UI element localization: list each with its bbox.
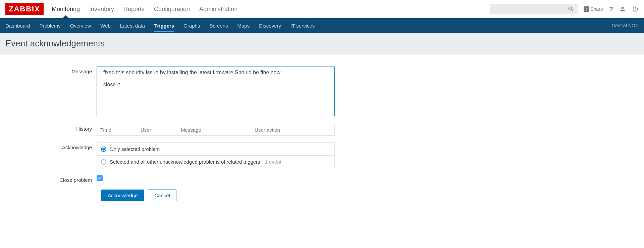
ack-option-hint: 1 event	[265, 159, 281, 165]
ack-option-all-related[interactable]: Selected and all other unacknowledged pr…	[97, 155, 334, 168]
message-textarea[interactable]	[97, 67, 335, 116]
subnav-right-label[interactable]: Central NOC	[612, 23, 639, 28]
power-icon[interactable]	[632, 6, 639, 12]
subnav-overview[interactable]: Overview	[70, 19, 91, 32]
acknowledge-radio-group: Only selected problem Selected and all o…	[97, 142, 335, 168]
cancel-button[interactable]: Cancel	[148, 190, 176, 201]
user-icon[interactable]	[619, 6, 626, 12]
search-input[interactable]	[490, 4, 578, 14]
subnav-dashboard[interactable]: Dashboard	[5, 19, 30, 32]
subnav-latest-data[interactable]: Latest data	[120, 19, 145, 32]
help-icon[interactable]: ?	[609, 5, 613, 13]
ack-option-selected-only[interactable]: Only selected problem	[97, 143, 334, 155]
history-header: Time User Message User action	[97, 124, 335, 136]
page-header: Event acknowledgements	[0, 33, 644, 54]
topnav-monitoring[interactable]: Monitoring	[52, 1, 80, 17]
page-title: Event acknowledgements	[5, 38, 639, 49]
topnav-configuration[interactable]: Configuration	[154, 1, 190, 17]
acknowledge-label: Acknowledge	[9, 142, 97, 150]
subnav-problems[interactable]: Problems	[39, 19, 60, 32]
history-label: History	[9, 124, 97, 132]
share-badge-icon: Z	[584, 6, 589, 12]
history-col-action: User action	[255, 127, 331, 133]
share-button[interactable]: Z Share	[584, 6, 603, 12]
radio-icon	[101, 147, 106, 152]
ack-option-label: Selected and all other unacknowledged pr…	[110, 159, 260, 165]
history-col-user: User	[141, 127, 181, 133]
subnav-discovery[interactable]: Discovery	[259, 19, 281, 32]
search-icon	[568, 6, 574, 12]
subnav-triggers[interactable]: Triggers	[154, 19, 174, 32]
logo[interactable]: ZABBIX	[5, 3, 44, 15]
acknowledge-button[interactable]: Acknowledge	[101, 190, 144, 201]
subnav-maps[interactable]: Maps	[237, 19, 250, 32]
form-actions: Acknowledge Cancel	[101, 190, 635, 201]
top-right: Z Share ?	[490, 4, 639, 14]
history-col-message: Message	[181, 127, 255, 133]
subnav-graphs[interactable]: Graphs	[183, 19, 200, 32]
topnav-administration[interactable]: Administration	[199, 1, 237, 17]
history-col-time: Time	[100, 127, 141, 133]
share-label: Share	[590, 6, 603, 12]
topbar: ZABBIX Monitoring Inventory Reports Conf…	[0, 0, 644, 18]
topnav-inventory[interactable]: Inventory	[89, 1, 114, 17]
radio-icon	[101, 159, 106, 165]
subnav: Dashboard Problems Overview Web Latest d…	[0, 18, 644, 33]
close-problem-checkbox[interactable]	[97, 175, 103, 181]
subnav-screens[interactable]: Screens	[209, 19, 228, 32]
form-panel: Message History Time User Message User a…	[4, 58, 640, 209]
topnav: Monitoring Inventory Reports Configurati…	[52, 1, 491, 17]
check-icon	[98, 176, 102, 180]
message-label: Message	[9, 67, 97, 74]
close-problem-label: Close problem	[9, 175, 97, 183]
subnav-web[interactable]: Web	[100, 19, 111, 32]
ack-option-label: Only selected problem	[110, 146, 160, 152]
subnav-it-services[interactable]: IT services	[290, 19, 315, 32]
topnav-reports[interactable]: Reports	[123, 1, 145, 17]
